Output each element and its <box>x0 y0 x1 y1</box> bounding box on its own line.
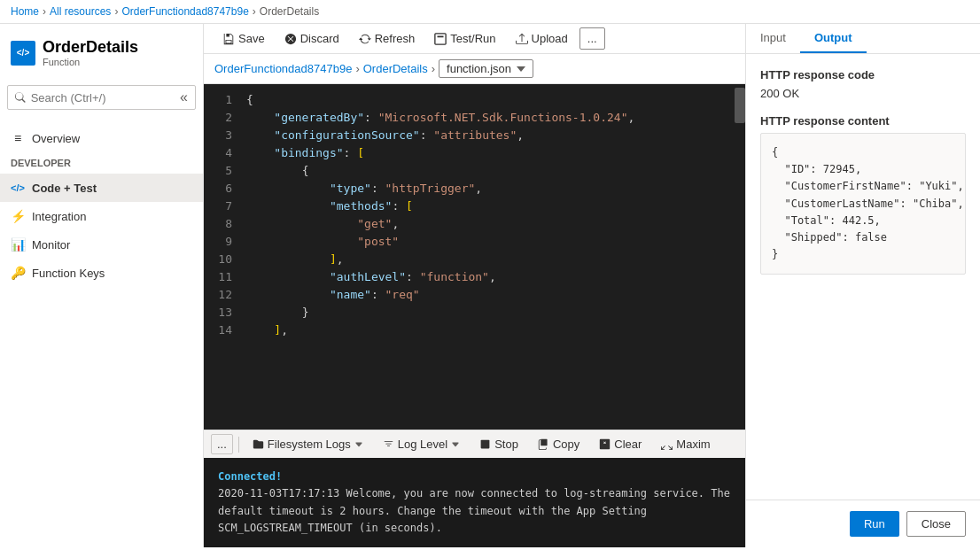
log-panel: Connected! 2020-11-03T17:17:13 Welcome, … <box>204 458 745 547</box>
clear-icon <box>599 438 611 450</box>
refresh-icon <box>359 33 371 45</box>
sidebar: </> OrderDetails Function « ≡ Overview D… <box>0 24 204 547</box>
log-level-button[interactable]: Log Level <box>375 434 468 454</box>
clear-button[interactable]: Clear <box>591 434 649 454</box>
search-box[interactable]: « <box>7 85 196 110</box>
copy-icon <box>538 438 549 450</box>
save-label: Save <box>238 32 265 45</box>
right-panel-content: HTTP response code 200 OK HTTP response … <box>746 54 980 500</box>
function-keys-icon: 🔑 <box>11 266 25 280</box>
discard-label: Discard <box>300 32 339 45</box>
filepath-function-app[interactable]: OrderFunctiondad8747b9e <box>214 62 352 75</box>
right-panel: Input Output HTTP response code 200 OK H… <box>745 24 980 547</box>
more-label: ... <box>587 32 597 45</box>
filepath-function-name[interactable]: OrderDetails <box>363 62 428 75</box>
tab-output[interactable]: Output <box>800 24 867 53</box>
code-content[interactable]: { "generatedBy": "Microsoft.NET.Sdk.Func… <box>239 84 735 430</box>
sidebar-subtitle: Function <box>43 57 138 67</box>
http-response-code-label: HTTP response code <box>760 68 966 81</box>
breadcrumb-home[interactable]: Home <box>11 5 39 18</box>
search-input[interactable] <box>31 91 175 105</box>
filesystem-logs-label: Filesystem Logs <box>268 438 351 451</box>
svg-rect-2 <box>481 440 490 449</box>
log-message: 2020-11-03T17:17:13 Welcome, you are now… <box>218 485 731 537</box>
http-response-content-label: HTTP response content <box>760 114 966 128</box>
upload-label: Upload <box>532 32 568 45</box>
save-icon <box>222 33 235 45</box>
test-run-button[interactable]: Test/Run <box>426 27 503 50</box>
sidebar-title: OrderDetails <box>43 38 138 57</box>
log-toolbar: ... Filesystem Logs Log Level <box>204 430 745 458</box>
sidebar-item-label-integration: Integration <box>32 210 86 223</box>
sidebar-header: </> OrderDetails Function <box>0 24 203 78</box>
copy-button[interactable]: Copy <box>530 434 587 454</box>
azure-function-icon: </> <box>11 41 35 66</box>
discard-button[interactable]: Discard <box>276 27 347 50</box>
tab-output-label: Output <box>814 31 852 44</box>
breadcrumb-function-app[interactable]: OrderFunctiondad8747b9e <box>121 5 248 18</box>
svg-rect-1 <box>438 35 444 37</box>
more-button[interactable]: ... <box>579 27 605 50</box>
discard-icon <box>284 33 297 45</box>
save-button[interactable]: Save <box>214 27 273 50</box>
http-response-code-value: 200 OK <box>760 87 966 100</box>
search-icon <box>15 91 26 104</box>
breadcrumb-all-resources[interactable]: All resources <box>50 5 111 18</box>
integration-icon: ⚡ <box>11 209 25 223</box>
refresh-button[interactable]: Refresh <box>351 27 424 50</box>
sidebar-item-monitor[interactable]: 📊 Monitor <box>0 230 203 259</box>
refresh-label: Refresh <box>375 32 416 45</box>
upload-button[interactable]: Upload <box>508 27 576 50</box>
breadcrumb-current: OrderDetails <box>260 5 319 18</box>
sidebar-item-integration[interactable]: ⚡ Integration <box>0 202 203 230</box>
tab-input-label: Input <box>760 31 786 44</box>
response-content: { "ID": 72945, "CustomerFirstName": "Yuk… <box>760 133 966 275</box>
close-button[interactable]: Close <box>906 511 966 537</box>
tab-input[interactable]: Input <box>746 24 800 53</box>
log-toolbar-separator <box>238 437 239 453</box>
code-editor[interactable]: 12345 678910 11121314 { "generatedBy": "… <box>204 84 745 430</box>
test-run-label: Test/Run <box>450 32 495 45</box>
sidebar-item-overview[interactable]: ≡ Overview <box>0 124 203 152</box>
toolbar: Save Discard Refresh Test <box>204 24 745 54</box>
stop-icon <box>479 438 491 450</box>
sidebar-item-label-code-test: Code + Test <box>32 182 97 195</box>
log-level-label: Log Level <box>398 438 447 451</box>
sidebar-item-code-test[interactable]: </> Code + Test <box>0 174 203 202</box>
upload-icon <box>516 33 528 45</box>
maximize-icon <box>661 438 673 450</box>
run-button[interactable]: Run <box>850 511 899 537</box>
log-more-button[interactable]: ... <box>211 434 233 454</box>
filesystem-logs-button[interactable]: Filesystem Logs <box>245 434 371 454</box>
sidebar-item-function-keys[interactable]: 🔑 Function Keys <box>0 259 203 287</box>
log-level-chevron-icon <box>451 440 460 449</box>
copy-label: Copy <box>553 438 579 451</box>
editor-scrollbar[interactable] <box>735 84 745 430</box>
response-content-text: { "ID": 72945, "CustomerFirstName": "Yuk… <box>772 144 954 263</box>
clear-label: Clear <box>614 438 642 451</box>
file-select[interactable]: function.json <box>439 59 533 78</box>
filesystem-logs-chevron-icon <box>354 440 363 449</box>
right-panel-footer: Run Close <box>746 500 980 547</box>
main-layout: </> OrderDetails Function « ≡ Overview D… <box>0 24 980 547</box>
monitor-icon: 📊 <box>11 237 25 252</box>
breadcrumb: Home › All resources › OrderFunctiondad8… <box>0 0 980 24</box>
code-test-icon: </> <box>11 181 25 195</box>
developer-section-label: Developer <box>0 152 203 174</box>
content-area: Save Discard Refresh Test <box>204 24 745 547</box>
overview-icon: ≡ <box>11 131 25 145</box>
maximize-label: Maxim <box>676 438 710 451</box>
test-run-icon <box>434 33 447 45</box>
log-connected-text: Connected! <box>218 469 731 485</box>
stop-button[interactable]: Stop <box>471 434 526 454</box>
right-panel-tabs: Input Output <box>746 24 980 54</box>
collapse-sidebar-button[interactable]: « <box>180 89 188 105</box>
filter-icon <box>383 438 394 450</box>
editor-section: 12345 678910 11121314 { "generatedBy": "… <box>204 84 745 547</box>
svg-rect-0 <box>435 33 446 43</box>
stop-label: Stop <box>494 438 518 451</box>
maximize-button[interactable]: Maxim <box>653 434 718 454</box>
sidebar-nav: ≡ Overview Developer </> Code + Test ⚡ I… <box>0 124 203 287</box>
filesystem-icon <box>253 438 264 450</box>
sidebar-item-label-overview: Overview <box>32 132 80 145</box>
